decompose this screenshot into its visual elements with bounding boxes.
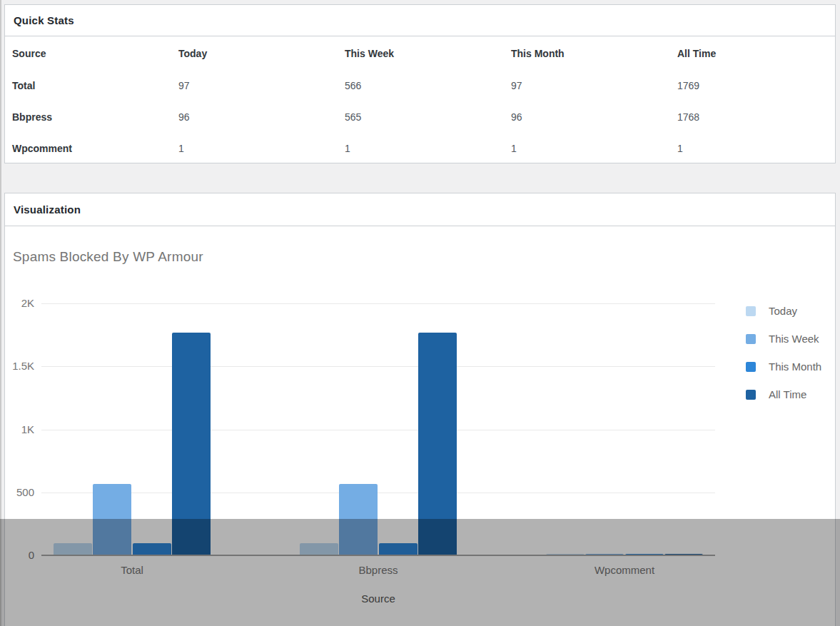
legend-item-all-time[interactable]: All Time <box>746 380 821 408</box>
y-axis-tick-1.5k: 1.5K <box>5 360 34 373</box>
legend-label: This Week <box>769 333 819 345</box>
visualization-panel-header: Visualization <box>5 193 835 226</box>
cell-total-this-month: 97 <box>504 70 670 101</box>
cell-bbpress-this-week: 565 <box>338 101 504 133</box>
dim-overlay <box>0 519 840 626</box>
cell-wpcomment-this-week: 1 <box>338 133 504 164</box>
column-header-this-month: This Month <box>504 36 670 70</box>
legend-swatch-icon <box>746 306 756 316</box>
legend-label: This Month <box>769 360 821 373</box>
row-label-bbpress: Bbpress <box>5 101 171 133</box>
gridline-1.5k <box>41 366 715 367</box>
quick-stats-panel: Quick Stats Source Today This Week This … <box>4 4 836 163</box>
legend-item-this-week[interactable]: This Week <box>746 325 821 353</box>
column-header-today: Today <box>171 36 338 70</box>
table-header-row: Source Today This Week This Month All Ti… <box>5 36 836 70</box>
legend-swatch-icon <box>746 334 756 344</box>
cell-total-this-week: 566 <box>338 70 504 101</box>
wp-armour-stats-page: Quick Stats Source Today This Week This … <box>0 0 840 626</box>
column-header-all-time: All Time <box>670 36 836 70</box>
quick-stats-panel-header: Quick Stats <box>5 5 835 36</box>
gridline-2k <box>41 303 715 304</box>
row-label-wpcomment: Wpcomment <box>5 133 171 164</box>
legend-item-today[interactable]: Today <box>746 297 821 325</box>
row-label-total: Total <box>5 70 171 101</box>
cell-wpcomment-this-month: 1 <box>504 133 670 164</box>
table-row-total: Total 97 566 97 1769 <box>5 70 836 101</box>
quick-stats-table: Source Today This Week This Month All Ti… <box>5 36 836 164</box>
y-axis-tick-2k: 2K <box>5 297 34 310</box>
cell-bbpress-this-month: 96 <box>504 101 670 133</box>
cell-wpcomment-today: 1 <box>171 133 338 164</box>
cell-total-today: 97 <box>171 70 338 101</box>
cell-bbpress-all-time: 1768 <box>670 101 836 133</box>
cell-total-all-time: 1769 <box>670 70 836 101</box>
column-header-this-week: This Week <box>338 36 504 70</box>
gridline-500 <box>41 493 715 493</box>
y-axis-tick-500: 500 <box>5 486 34 499</box>
legend-swatch-icon <box>746 390 756 400</box>
legend-swatch-icon <box>746 362 756 372</box>
legend-label: All Time <box>769 388 806 400</box>
cell-bbpress-today: 96 <box>171 101 338 133</box>
cell-wpcomment-all-time: 1 <box>670 133 836 164</box>
table-row-bbpress: Bbpress 96 565 96 1768 <box>5 101 836 133</box>
visualization-title: Visualization <box>14 203 81 216</box>
y-axis-tick-1k: 1K <box>5 423 34 436</box>
legend-label: Today <box>769 305 797 317</box>
chart-legend: TodayThis WeekThis MonthAll Time <box>746 297 821 408</box>
legend-item-this-month[interactable]: This Month <box>746 353 821 380</box>
column-header-source: Source <box>5 36 171 70</box>
quick-stats-title: Quick Stats <box>14 14 74 26</box>
table-row-wpcomment: Wpcomment 1 1 1 1 <box>5 133 836 164</box>
gridline-1k <box>41 430 715 430</box>
chart-title: Spams Blocked By WP Armour <box>13 249 203 265</box>
